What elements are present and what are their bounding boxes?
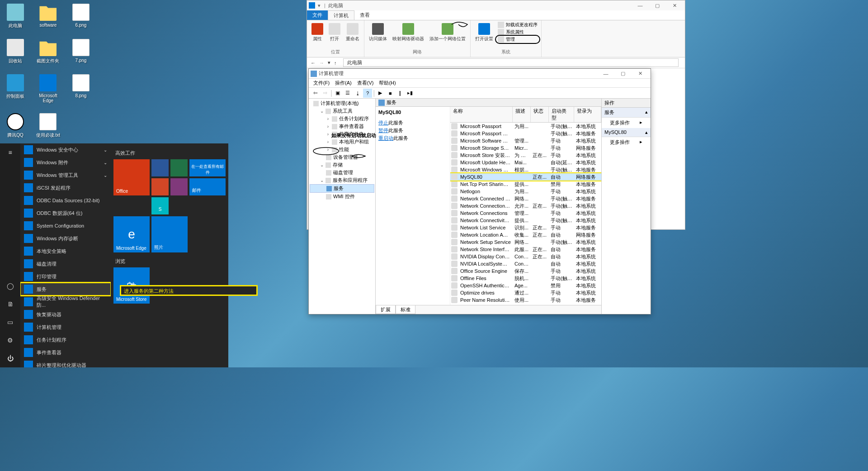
- menu-icon[interactable]: ≡: [0, 143, 20, 162]
- service-row[interactable]: OpenSSH Authentication ... Age... 禁用 本地系…: [450, 282, 601, 289]
- start-app-item[interactable]: 打印管理: [20, 270, 111, 283]
- tile-onenote[interactable]: [170, 178, 188, 195]
- start-app-item[interactable]: 碎片整理和优化驱动器: [20, 359, 111, 367]
- start-app-item[interactable]: 计算机管理: [20, 321, 111, 333]
- service-row[interactable]: Microsoft Update Health... Mai... 自动(延迟.…: [450, 159, 601, 166]
- tree-diskmgmt[interactable]: 磁盘管理: [310, 169, 374, 176]
- service-row[interactable]: Microsoft Store 安装服务 为 M... 正在... 手动 本地系…: [450, 152, 601, 159]
- service-row[interactable]: NVIDIA Display Containe... Cont... 正在...…: [450, 253, 601, 260]
- open-settings-button[interactable]: 打开设置: [472, 21, 496, 44]
- service-row[interactable]: Office Source Engine 保存... 手动 本地系统: [450, 267, 601, 275]
- settings-icon[interactable]: ⚙: [0, 331, 20, 349]
- service-row[interactable]: Microsoft Software Shad... 管理... 手动 本地系统: [450, 137, 601, 144]
- start-app-item[interactable]: Windows 管理工具⌄: [20, 169, 111, 181]
- service-row[interactable]: Microsoft Passport 为用... 手动(触发... 本地系统: [450, 123, 601, 130]
- service-row[interactable]: Network Location Aware... 收集... 正在... 自动…: [450, 231, 601, 238]
- menu-action[interactable]: 操作(A): [332, 80, 354, 86]
- close-button[interactable]: ✕: [632, 69, 649, 78]
- start-app-item[interactable]: 事件查看器: [20, 346, 111, 359]
- compmgmt-tree[interactable]: 计算机管理(本地) ⌄系统工具 ›任务计划程序 ›事件查看器 ›共享文件夹 ›本…: [309, 99, 376, 314]
- user-icon[interactable]: ◯: [0, 277, 20, 295]
- start-app-item[interactable]: System Configuration: [20, 219, 111, 232]
- start-app-item[interactable]: Windows 安全中心⌄: [20, 143, 111, 156]
- start-app-item[interactable]: 恢复驱动器: [20, 308, 111, 321]
- power-icon[interactable]: ⏻: [0, 349, 20, 367]
- service-row[interactable]: Network Connection Bro... 允许... 正在... 手动…: [450, 202, 601, 209]
- forward-icon[interactable]: ⇨: [321, 89, 330, 98]
- service-row[interactable]: Net.Tcp Port Sharing Ser... 提供... 禁用 本地服…: [450, 181, 601, 188]
- start-app-item[interactable]: Windows 附件⌄: [20, 156, 111, 169]
- desktop-icon[interactable]: 截图文件夹: [34, 39, 61, 64]
- tree-eventviewer[interactable]: ›事件查看器: [310, 123, 374, 130]
- restart-icon[interactable]: ▸▮: [406, 89, 415, 98]
- tree-root[interactable]: 计算机管理(本地): [310, 100, 374, 107]
- more-actions[interactable]: 更多操作▸: [602, 118, 651, 128]
- tree-localusers[interactable]: ›本地用户和组: [310, 138, 374, 146]
- service-row[interactable]: Network Connected Devi... 网络... 手动(触发...…: [450, 195, 601, 202]
- minimize-button[interactable]: —: [597, 69, 614, 78]
- tile-mail[interactable]: 邮件: [189, 178, 226, 195]
- tree-services[interactable]: 服务: [310, 184, 374, 193]
- tile-office[interactable]: Office: [113, 159, 150, 195]
- media-button[interactable]: 访问媒体: [366, 21, 390, 44]
- start-app-item[interactable]: 本地安全策略: [20, 245, 111, 257]
- add-network-button[interactable]: 添加一个网络位置: [427, 21, 468, 44]
- tile-excel[interactable]: [170, 159, 188, 176]
- desktop-icon[interactable]: 此电脑: [2, 4, 29, 29]
- more-actions[interactable]: 更多操作▸: [602, 137, 651, 147]
- desktop-icon[interactable]: 回收站: [2, 39, 29, 64]
- up-icon[interactable]: ▣: [333, 89, 342, 98]
- uninstall-button[interactable]: 卸载或更改程序: [496, 21, 539, 29]
- desktop-icon[interactable]: 8.png: [67, 74, 94, 98]
- props-icon[interactable]: ☰: [343, 89, 352, 98]
- tab-computer[interactable]: 计算机: [328, 10, 354, 20]
- tile-word[interactable]: [151, 159, 169, 176]
- tree-wmi[interactable]: WMI 控件: [310, 193, 374, 200]
- tile-photos[interactable]: 照片: [151, 216, 188, 252]
- pictures-icon[interactable]: ▭: [0, 313, 20, 331]
- tree-systools[interactable]: ⌄系统工具: [310, 107, 374, 115]
- tile-ppt[interactable]: [151, 178, 169, 195]
- service-row[interactable]: Microsoft Storage Space... Micr... 手动 网络…: [450, 144, 601, 152]
- minimize-button[interactable]: —: [632, 1, 649, 10]
- back-icon[interactable]: ⇦: [311, 89, 320, 98]
- rename-button[interactable]: 重命名: [343, 21, 362, 44]
- desktop-icon[interactable]: 7.png: [67, 39, 94, 63]
- service-row[interactable]: Network Connectivity Ass... 提供... 手动(触发.…: [450, 217, 601, 224]
- start-app-item[interactable]: ODBC Data Sources (32-bit): [20, 194, 111, 207]
- service-row[interactable]: Network List Service 识别... 正在... 手动 本地服务: [450, 224, 601, 231]
- service-row[interactable]: Microsoft Passport Cont... 手动(触发... 本地服务: [450, 130, 601, 137]
- stop-icon[interactable]: ■: [386, 89, 395, 98]
- service-row[interactable]: Network Setup Service 网络... 手动(触发... 本地系…: [450, 238, 601, 246]
- tab-extended[interactable]: 扩展: [376, 305, 396, 314]
- desktop-icon[interactable]: 6.png: [67, 4, 94, 28]
- service-row[interactable]: NVIDIA LocalSystem Con... Cont... 自动 本地系…: [450, 260, 601, 267]
- tile-edge[interactable]: eMicrosoft Edge: [113, 216, 150, 252]
- tree-svcapps[interactable]: ⌄服务和应用程序: [310, 176, 374, 184]
- tile-mail-hero[interactable]: 在一处查看所有邮件: [189, 159, 226, 176]
- tree-perf[interactable]: ›性能: [310, 146, 374, 153]
- start-app-item[interactable]: ODBC 数据源(64 位): [20, 207, 111, 219]
- desktop-icon[interactable]: 使用必读.txt: [34, 113, 61, 138]
- start-app-item[interactable]: 任务计划程序: [20, 333, 111, 346]
- service-row[interactable]: Network Connections 管理... 手动 本地系统: [450, 209, 601, 217]
- export-icon[interactable]: ⭳: [353, 89, 362, 98]
- menu-file[interactable]: 文件(F): [311, 80, 332, 86]
- tree-storage[interactable]: ⌄存储: [310, 161, 374, 169]
- tile-skype[interactable]: S: [151, 197, 169, 214]
- services-list[interactable]: Microsoft Passport 为用... 手动(触发... 本地系统 M…: [450, 123, 601, 305]
- maximize-button[interactable]: ▢: [614, 69, 632, 78]
- tab-file[interactable]: 文件: [307, 10, 328, 20]
- service-row[interactable]: Microsoft Windows SMS ... 根据... 手动(触发...…: [450, 166, 601, 173]
- service-row[interactable]: Offline Files 脱机... 手动(触发... 本地系统: [450, 275, 601, 282]
- desktop-icon[interactable]: Microsoft Edge: [34, 74, 61, 103]
- tab-view[interactable]: 查看: [354, 10, 375, 20]
- pause-link[interactable]: 暂停: [378, 128, 388, 133]
- menu-view[interactable]: 查看(V): [354, 80, 377, 86]
- close-button[interactable]: ✕: [666, 1, 683, 10]
- service-row[interactable]: Netlogon 为用... 手动 本地系统: [450, 188, 601, 195]
- service-row[interactable]: MySQL80 正在... 自动 网络服务: [450, 173, 601, 181]
- breadcrumb[interactable]: ←→▾↑ 此电脑: [307, 57, 685, 68]
- start-app-item[interactable]: 高级安全 Windows Defender 防...: [20, 295, 111, 308]
- start-app-item[interactable]: 磁盘清理: [20, 257, 111, 270]
